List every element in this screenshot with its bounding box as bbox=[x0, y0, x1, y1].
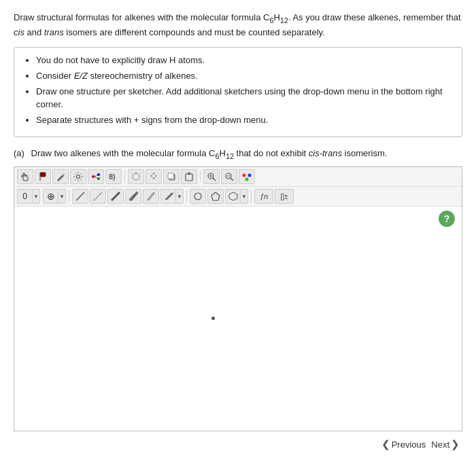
svg-line-33 bbox=[165, 193, 172, 200]
help-icon: ? bbox=[444, 213, 450, 224]
canvas-dot bbox=[211, 317, 215, 320]
fragment-tool[interactable]: 8) bbox=[105, 169, 122, 184]
svg-line-28 bbox=[130, 193, 137, 201]
hexagon-btn[interactable] bbox=[225, 189, 240, 204]
svg-line-7 bbox=[95, 177, 97, 179]
part-letter: (a) bbox=[14, 148, 24, 158]
page-container: Draw structural formulas for alkenes wit… bbox=[0, 0, 476, 466]
number-btn[interactable]: 0 bbox=[17, 189, 32, 204]
bold-bond-tool[interactable] bbox=[107, 189, 124, 204]
instruction-item-3: Draw one structure per sketcher. Add add… bbox=[36, 86, 452, 111]
number-dropdown[interactable]: 0 ▼ bbox=[17, 189, 40, 204]
instruction-item-4: Separate structures with + signs from th… bbox=[36, 114, 452, 127]
svg-line-18 bbox=[231, 178, 233, 181]
svg-rect-0 bbox=[40, 173, 46, 177]
number-arrow[interactable]: ▼ bbox=[32, 189, 40, 204]
svg-point-3 bbox=[92, 175, 95, 178]
part-a-label: (a) Draw two alkenes with the molecular … bbox=[14, 147, 462, 162]
svg-marker-37 bbox=[229, 192, 237, 200]
svg-text:8): 8) bbox=[109, 173, 116, 181]
svg-point-21 bbox=[248, 174, 252, 177]
previous-button[interactable]: ❮ Previous bbox=[381, 438, 426, 450]
function-tool[interactable]: ƒn bbox=[254, 189, 273, 204]
svg-line-23 bbox=[76, 192, 84, 200]
svg-point-35 bbox=[194, 193, 201, 200]
svg-rect-10 bbox=[168, 173, 173, 179]
svg-point-2 bbox=[77, 175, 80, 179]
toolbar-row2: 0 ▼ ⊕ ▼ bbox=[14, 187, 462, 207]
svg-point-4 bbox=[97, 173, 100, 176]
svg-point-22 bbox=[245, 178, 249, 181]
svg-line-34 bbox=[167, 193, 173, 200]
multi-bond-dropdown[interactable]: ▼ bbox=[160, 189, 184, 204]
move-tool[interactable] bbox=[146, 169, 162, 184]
toolbar-divider-1 bbox=[124, 171, 125, 183]
toolbar-divider-5 bbox=[251, 190, 252, 202]
molecule-template-tool[interactable] bbox=[88, 169, 104, 184]
instructions-box: You do not have to explicitly draw H ato… bbox=[14, 47, 462, 137]
plus-btn[interactable]: ⊕ bbox=[43, 189, 58, 204]
instruction-item-1: You do not have to explicitly draw H ato… bbox=[36, 54, 452, 67]
sketcher-container: 8) bbox=[14, 166, 462, 431]
help-button[interactable]: ? bbox=[439, 211, 455, 227]
svg-line-25 bbox=[112, 192, 120, 200]
previous-label: Previous bbox=[392, 440, 426, 450]
problem-statement: Draw structural formulas for alkenes wit… bbox=[14, 11, 462, 39]
lasso-tool[interactable] bbox=[128, 169, 144, 184]
multi-bond-btn[interactable] bbox=[160, 189, 175, 204]
svg-rect-12 bbox=[188, 173, 190, 175]
plus-arrow[interactable]: ▼ bbox=[58, 189, 66, 204]
next-chevron-icon: ❯ bbox=[451, 438, 460, 450]
single-bond-tool[interactable] bbox=[72, 189, 88, 204]
toolbar-divider-3 bbox=[69, 190, 69, 202]
paste-tool[interactable] bbox=[181, 169, 197, 184]
hexagon-dropdown[interactable]: ▼ bbox=[225, 189, 248, 204]
flag-tool[interactable] bbox=[35, 169, 51, 184]
svg-line-31 bbox=[148, 193, 155, 201]
svg-point-5 bbox=[97, 177, 100, 180]
color-tool[interactable] bbox=[239, 169, 255, 184]
double-bond-tool[interactable] bbox=[125, 189, 141, 204]
next-label: Next bbox=[431, 440, 449, 450]
zoom-in-tool[interactable] bbox=[203, 169, 220, 184]
instruction-item-2: Consider E/Z stereochemistry of alkenes. bbox=[36, 70, 452, 83]
copy-tool[interactable] bbox=[163, 169, 180, 184]
toolbar-row1: 8) bbox=[14, 167, 462, 187]
multi-bond-arrow[interactable]: ▼ bbox=[175, 189, 184, 204]
triple-bond-tool[interactable] bbox=[143, 189, 159, 204]
bracket-label: []± bbox=[280, 193, 288, 200]
function-label: ƒn bbox=[260, 192, 268, 200]
svg-marker-36 bbox=[211, 192, 220, 200]
next-button[interactable]: Next ❯ bbox=[431, 438, 460, 450]
previous-chevron-icon: ❮ bbox=[381, 438, 390, 450]
svg-rect-11 bbox=[186, 174, 192, 181]
circle-tool[interactable] bbox=[190, 189, 206, 204]
drawing-area[interactable]: ? bbox=[14, 207, 462, 431]
toolbar-divider-4 bbox=[186, 190, 187, 202]
pencil-tool[interactable] bbox=[52, 169, 69, 184]
svg-line-24 bbox=[94, 192, 102, 200]
navigation-row: ❮ Previous Next ❯ bbox=[14, 431, 462, 450]
toolbar-divider-2 bbox=[200, 171, 201, 183]
dotted-bond-tool[interactable] bbox=[90, 189, 106, 204]
plus-dropdown[interactable]: ⊕ ▼ bbox=[43, 189, 66, 204]
zoom-out-tool[interactable] bbox=[221, 169, 237, 184]
svg-line-30 bbox=[147, 192, 154, 200]
svg-line-14 bbox=[213, 178, 216, 181]
instructions-list: You do not have to explicitly draw H ato… bbox=[24, 54, 452, 126]
settings-tool[interactable] bbox=[70, 169, 86, 184]
svg-point-20 bbox=[243, 174, 246, 177]
pentagon-tool[interactable] bbox=[207, 189, 224, 204]
svg-line-6 bbox=[95, 175, 97, 177]
bracket-tool[interactable]: []± bbox=[275, 189, 294, 204]
hexagon-arrow[interactable]: ▼ bbox=[240, 189, 248, 204]
hand-tool[interactable] bbox=[17, 169, 33, 184]
